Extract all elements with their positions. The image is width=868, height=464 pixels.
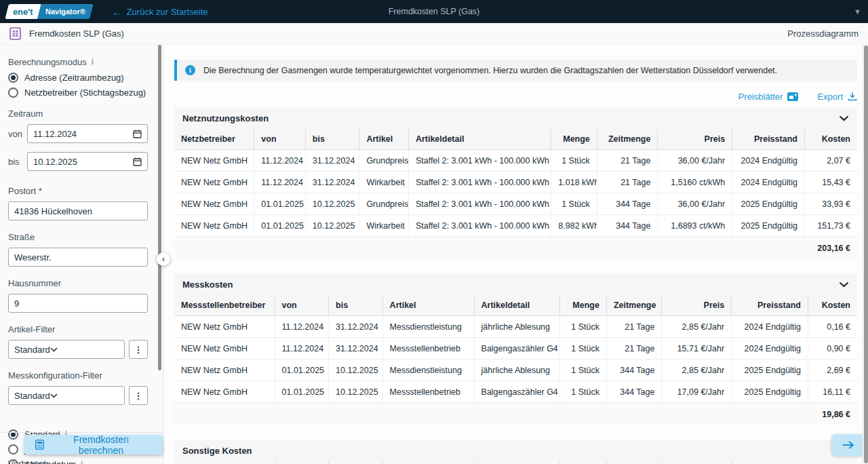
product-text: Navigator® [45, 7, 85, 16]
main-scrollbar-thumb[interactable] [864, 45, 868, 463]
top-navigation-bar: ene't Navigator® ← Zurück zur Startseite… [0, 0, 868, 23]
column-header: Artikel [359, 129, 409, 150]
preisblaetter-window-icon [787, 92, 798, 101]
calendar-icon[interactable] [133, 130, 142, 138]
section-title: Netznutzungskosten [182, 113, 269, 123]
download-icon [848, 92, 857, 101]
table-cell: 2,69 € [808, 360, 857, 381]
table-cell: 1 Stück [551, 150, 597, 172]
postort-input[interactable]: 41836 Hückelhoven [8, 201, 148, 220]
table-cell: 2024 Endgültig [732, 316, 808, 338]
netznutzungskosten-table: NetzbetreibervonbisArtikelArtikeldetailM… [174, 129, 857, 237]
table-row: NEW Netz GmbH01.01.202510.12.2025Grundpr… [174, 193, 857, 215]
column-header: Kosten [808, 295, 857, 316]
column-header: Zeitmenge [597, 129, 658, 150]
section-title: Messkosten [182, 279, 233, 290]
radio-adresse-zeitraumbezug[interactable]: Adresse (Zeitraumbezug) [8, 73, 148, 83]
table-cell: 17,09 €/Jahr [662, 381, 732, 403]
table-cell: 10.12.2025 [329, 360, 383, 381]
chevron-down-icon[interactable] [839, 115, 849, 121]
table-cell: 15,71 €/Jahr [662, 338, 732, 360]
section-messkosten: Messkosten MessstellenbetreibervonbisArt… [174, 273, 857, 425]
table-cell: 1 Stück [560, 360, 606, 381]
column-header: Kosten [804, 129, 857, 150]
table-cell: 10.12.2025 [305, 215, 359, 237]
chevron-down-icon[interactable]: ▼ [854, 7, 861, 16]
calendar-icon[interactable] [133, 157, 142, 166]
fremdkosten-berechnen-button[interactable]: Fremdkosten berechnen [24, 435, 163, 455]
main-scrollbar[interactable] [863, 45, 868, 464]
table-cell: 31.12.2024 [329, 316, 383, 338]
table-cell: 8.982 kWh [551, 215, 597, 237]
artikel-filter-menu-button[interactable]: ⋮ [129, 340, 148, 359]
column-header: Preisstand [732, 129, 805, 150]
column-header: Zeitmenge [606, 295, 662, 316]
column-header [474, 461, 560, 464]
von-date-input[interactable]: 11.12.2024 [27, 124, 148, 143]
table-cell: 21 Tage [606, 338, 662, 360]
back-to-start-link[interactable]: ← Zurück zur Startseite [112, 6, 208, 18]
table-cell: Staffel 2: 3.001 kWh - 100.000 kWh [408, 150, 551, 172]
table-cell: 21 Tage [597, 150, 658, 172]
chevron-down-icon[interactable] [839, 282, 849, 288]
radio-button-selected [8, 429, 18, 440]
bis-label: bis [8, 157, 27, 167]
section-netznutzungskosten: Netznutzungskosten NetzbetreibervonbisAr… [174, 107, 857, 259]
sidebar-scrollbar-thumb[interactable] [158, 45, 161, 370]
report-document-icon [9, 27, 21, 40]
von-label: von [8, 129, 27, 139]
arrow-right-icon [842, 440, 854, 450]
table-row: NEW Netz GmbH11.12.202431.12.2024Wirkarb… [174, 172, 857, 193]
messkosten-total: 19,86 € [174, 403, 857, 425]
table-cell: 11.12.2024 [275, 316, 329, 338]
chevron-down-icon [50, 347, 58, 352]
column-header: bis [305, 129, 359, 150]
page-header: Fremdkosten SLP (Gas) Prozessdiagramm [0, 23, 868, 45]
table-cell: 344 Tage [597, 215, 658, 237]
artikel-filter-select[interactable]: Standard [8, 340, 125, 359]
enet-navigator-logo[interactable]: ene't Navigator® [5, 4, 93, 19]
hausnummer-label: Hausnummer [8, 278, 148, 288]
table-cell: 11.12.2024 [254, 172, 306, 193]
table-cell: 2,07 € [804, 150, 857, 172]
sidebar-collapse-button[interactable]: ‹ [157, 252, 170, 266]
table-cell: 31.12.2024 [305, 172, 359, 193]
strasse-label: Straße [8, 232, 148, 242]
table-cell: 33,93 € [804, 193, 857, 215]
brand-text: ene't [13, 7, 33, 17]
table-cell: 31.12.2024 [305, 150, 359, 172]
table-cell: Grundpreis [359, 193, 409, 215]
preisblaetter-link[interactable]: Preisblätter [738, 92, 799, 102]
page-title: Fremdkosten SLP (Gas) [29, 28, 124, 39]
table-cell: 2024 Endgültig [732, 172, 805, 193]
table-cell: NEW Netz GmbH [174, 172, 254, 193]
info-icon[interactable]: i [92, 57, 94, 67]
chevron-down-icon [50, 393, 58, 398]
table-header-row: NetzbetreibervonbisArtikelArtikeldetailM… [174, 129, 857, 150]
next-arrow-button[interactable] [831, 434, 865, 456]
messkonfiguration-filter-select[interactable]: Standard [8, 386, 125, 405]
bis-date-input[interactable]: 10.12.2025 [27, 152, 148, 171]
table-cell: 1,5160 ct/kWh [658, 172, 732, 193]
parameters-sidebar: Berechnungsmodusi Adresse (Zeitraumbezug… [0, 45, 163, 464]
table-cell: 11.12.2024 [275, 338, 329, 360]
table-cell: 2025 Endgültig [732, 381, 808, 403]
messkonfiguration-filter-menu-button[interactable]: ⋮ [129, 386, 148, 405]
table-cell: Wirkarbeit [359, 215, 409, 237]
logo-product-segment: Navigator® [37, 4, 93, 19]
export-link[interactable]: Export [817, 92, 857, 102]
radio-button [8, 88, 18, 98]
window-title: Fremdkosten SLP (Gas) [389, 7, 480, 16]
hausnummer-input[interactable]: 9 [8, 294, 148, 313]
prozessdiagramm-link[interactable]: Prozessdiagramm [787, 28, 859, 39]
column-header [174, 461, 275, 464]
strasse-input[interactable]: Weserstr. [8, 248, 148, 267]
radio-netzbetreiber-stichtagsbezug[interactable]: Netzbetreiber (Stichtagsbezug) [8, 88, 148, 98]
radio-button-selected [8, 73, 18, 83]
column-header: Artikel [382, 295, 474, 316]
table-cell: 10.12.2025 [305, 193, 359, 215]
messkosten-table: MessstellenbetreibervonbisArtikelArtikel… [174, 295, 857, 403]
table-cell: Messdienstleistung [382, 360, 474, 381]
column-header [662, 461, 732, 464]
table-cell: Messstellenbetrieb [382, 381, 474, 403]
